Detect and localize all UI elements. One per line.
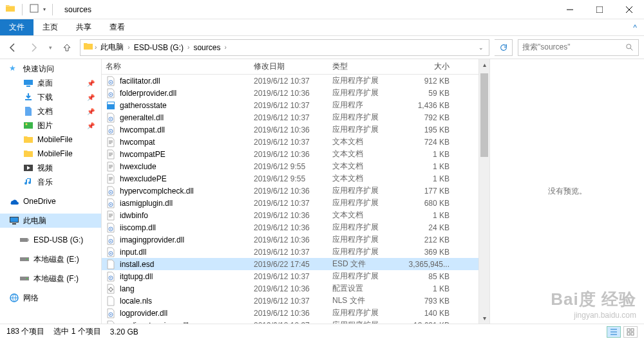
forward-button[interactable]	[26, 40, 41, 55]
file-size: 1 KB	[397, 211, 459, 220]
breadcrumb[interactable]: 此电脑	[98, 42, 126, 53]
file-date: 2019/6/12 10:37	[254, 113, 332, 122]
sidebar-item-this-pc[interactable]: 此电脑	[0, 214, 101, 228]
sidebar-item-network[interactable]: 网络	[0, 291, 101, 305]
sidebar-item-local-disk-e[interactable]: 本地磁盘 (E:)	[0, 252, 101, 266]
svg-rect-10	[24, 122, 33, 129]
refresh-button[interactable]	[495, 39, 513, 56]
file-row[interactable]: idwbinfo2019/6/12 10:36文本文档1 KB	[102, 209, 478, 221]
file-row[interactable]: hwcompatPE2019/6/12 10:36文本文档1 KB	[102, 148, 478, 160]
address-bar[interactable]: › 此电脑› ESD-USB (G:)› sources› ⌄	[80, 39, 489, 56]
file-size: 24 KB	[397, 223, 459, 232]
file-row[interactable]: iiscomp.dll2019/6/12 10:36应用程序扩展24 KB	[102, 221, 478, 234]
file-row[interactable]: iasmigplugin.dll2019/6/12 10:37应用程序扩展680…	[102, 197, 478, 209]
file-row[interactable]: hwexclude2019/6/12 9:55文本文档1 KB	[102, 160, 478, 172]
svg-point-38	[110, 228, 111, 230]
scroll-up-icon[interactable]: ▴	[479, 59, 489, 70]
scrollbar[interactable]: ▴ ▾	[478, 59, 489, 324]
back-button[interactable]	[5, 40, 21, 55]
ribbon-help-icon[interactable]: ^	[626, 19, 644, 35]
sidebar-item-quick-access[interactable]: ★ 快速访问	[0, 62, 101, 76]
qat-dropdown-icon[interactable]: ▾	[43, 6, 46, 12]
up-button[interactable]	[59, 40, 75, 55]
file-row[interactable]: facilitator.dll2019/6/12 10:37应用程序扩展912 …	[102, 75, 478, 87]
file-type: 应用程序扩展	[332, 222, 397, 233]
sidebar-item-mobilefile[interactable]: MobileFile	[0, 147, 101, 161]
file-row[interactable]: mediasetupuimgr.dll2019/6/12 10:37应用程序扩展…	[102, 319, 478, 324]
file-row[interactable]: hwcompat2019/6/12 10:37文本文档724 KB	[102, 136, 478, 148]
file-icon	[106, 247, 116, 257]
sidebar-item-pictures[interactable]: 图片📌	[0, 118, 101, 133]
file-date: 2019/6/12 10:36	[254, 223, 332, 232]
usb-drive-icon	[19, 235, 30, 245]
file-name: hwcompat.dll	[120, 125, 165, 134]
sidebar-item-local-disk-f[interactable]: 本地磁盘 (F:)	[0, 271, 101, 286]
file-icon	[106, 149, 116, 160]
maximize-button[interactable]	[585, 0, 614, 19]
file-date: 2019/6/12 10:37	[254, 101, 332, 110]
pin-icon: 📌	[87, 108, 95, 115]
column-name[interactable]: 名称	[106, 61, 254, 72]
tab-view[interactable]: 查看	[100, 19, 134, 35]
file-date: 2019/6/12 10:36	[254, 89, 332, 98]
sidebar-item-music[interactable]: 音乐	[0, 175, 101, 189]
breadcrumb[interactable]: ESD-USB (G:)	[131, 43, 186, 52]
scroll-thumb[interactable]	[480, 73, 488, 157]
tab-share[interactable]: 共享	[67, 19, 100, 35]
file-row[interactable]: hwexcludePE2019/6/12 9:55文本文档1 KB	[102, 172, 478, 185]
column-type[interactable]: 类型	[332, 61, 397, 72]
sidebar-item-videos[interactable]: 视频	[0, 161, 101, 175]
sidebar-item-esd-usb[interactable]: ESD-USB (G:)	[0, 233, 101, 247]
video-icon	[23, 163, 33, 173]
file-size: 1,436 KB	[397, 101, 459, 110]
preview-pane: 没有预览。	[489, 59, 644, 324]
close-button[interactable]	[614, 0, 644, 19]
scroll-down-icon[interactable]: ▾	[479, 313, 489, 324]
svg-point-40	[110, 241, 111, 242]
minimize-button[interactable]	[555, 0, 585, 19]
file-type: 应用程序扩展	[332, 271, 397, 282]
file-date: 2019/6/12 10:36	[254, 235, 332, 244]
file-date: 2019/6/12 10:36	[254, 187, 332, 196]
download-icon	[23, 92, 33, 102]
file-row[interactable]: logprovider.dll2019/6/12 10:36应用程序扩展140 …	[102, 307, 478, 319]
svg-rect-2	[596, 6, 603, 13]
search-input[interactable]: 搜索"sources"	[518, 39, 639, 56]
file-row[interactable]: input.dll2019/6/12 10:37应用程序扩展369 KB	[102, 246, 478, 258]
file-row[interactable]: itgtupg.dll2019/6/12 10:37应用程序扩展85 KB	[102, 270, 478, 282]
file-row[interactable]: install.esd2019/6/22 17:45ESD 文件3,365,94…	[102, 258, 478, 270]
file-icon	[106, 100, 116, 111]
file-date: 2019/6/12 10:37	[254, 297, 332, 306]
file-icon	[106, 223, 116, 233]
tab-home[interactable]: 主页	[33, 19, 67, 35]
sidebar-item-documents[interactable]: 文档📌	[0, 104, 101, 118]
breadcrumb[interactable]: sources	[191, 43, 223, 52]
file-row[interactable]: folderprovider.dll2019/6/12 10:36应用程序扩展5…	[102, 87, 478, 99]
sidebar-item-downloads[interactable]: 下载📌	[0, 90, 101, 104]
checkbox-icon[interactable]	[29, 3, 39, 15]
view-thumbnails-button[interactable]	[623, 326, 638, 338]
tab-file[interactable]: 文件	[0, 19, 33, 35]
file-row[interactable]: gatherosstate2019/6/12 10:37应用程序1,436 KB	[102, 99, 478, 111]
file-date: 2019/6/12 9:55	[254, 162, 332, 171]
sidebar-item-mobilefile[interactable]: MobileFile	[0, 133, 101, 147]
view-details-button[interactable]	[607, 326, 621, 338]
file-icon	[106, 308, 116, 318]
sidebar-item-desktop[interactable]: 桌面📌	[0, 76, 101, 90]
svg-rect-16	[20, 238, 28, 242]
svg-point-21	[26, 278, 28, 279]
file-name: locale.nls	[120, 297, 152, 306]
svg-line-6	[630, 48, 633, 50]
file-row[interactable]: hypervcomplcheck.dll2019/6/12 10:36应用程序扩…	[102, 185, 478, 197]
file-row[interactable]: locale.nls2019/6/12 10:37NLS 文件793 KB	[102, 295, 478, 307]
sidebar-item-label: 本地磁盘 (E:)	[33, 254, 79, 265]
column-size[interactable]: 大小	[397, 61, 459, 72]
sidebar-item-onedrive[interactable]: OneDrive	[0, 194, 101, 208]
file-row[interactable]: lang2019/6/12 10:36配置设置1 KB	[102, 282, 478, 295]
column-date[interactable]: 修改日期	[254, 61, 332, 72]
file-row[interactable]: hwcompat.dll2019/6/12 10:36应用程序扩展195 KB	[102, 124, 478, 136]
file-row[interactable]: imagingprovider.dll2019/6/12 10:36应用程序扩展…	[102, 234, 478, 246]
history-dropdown-icon[interactable]: ▾	[46, 44, 54, 51]
address-dropdown-icon[interactable]: ⌄	[476, 44, 486, 51]
file-row[interactable]: generaltel.dll2019/6/12 10:37应用程序扩展792 K…	[102, 111, 478, 124]
